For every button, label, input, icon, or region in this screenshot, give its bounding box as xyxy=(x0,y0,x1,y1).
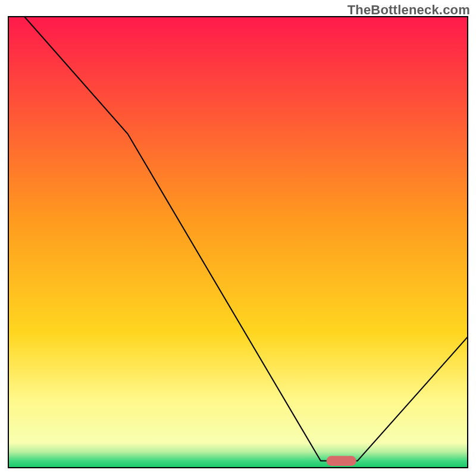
bottleneck-chart: TheBottleneck.com xyxy=(0,0,476,476)
chart-svg xyxy=(0,0,476,476)
plot-area xyxy=(8,17,468,468)
plot-background xyxy=(8,17,468,468)
optimal-marker xyxy=(327,456,356,466)
watermark-text: TheBottleneck.com xyxy=(347,2,470,18)
